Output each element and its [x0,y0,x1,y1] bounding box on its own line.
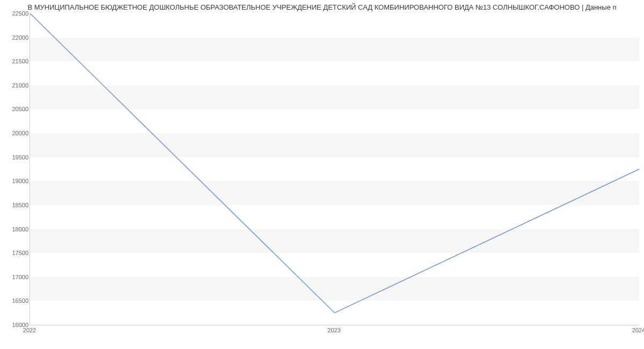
x-tick-label: 2024 [632,327,644,333]
plot-area [30,13,639,325]
chart-plot: 1600016500170001750018000185001900019500… [30,13,639,336]
x-tick-label: 2022 [23,327,36,333]
y-tick-label: 18500 [3,202,28,208]
y-tick-label: 17000 [3,274,28,280]
y-tick-label: 21000 [3,82,28,89]
y-tick-label: 16500 [3,297,28,304]
line-series [30,13,639,325]
y-tick-label: 22000 [3,34,28,41]
y-tick-label: 18000 [3,226,28,232]
y-tick-label: 22500 [3,10,28,17]
y-tick-label: 20500 [3,106,28,112]
y-tick-label: 20000 [3,130,28,136]
y-tick-label: 19000 [3,178,28,184]
y-tick-label: 17500 [3,250,28,256]
y-tick-label: 19500 [3,154,28,161]
y-tick-label: 21500 [3,58,28,64]
x-tick-label: 2023 [327,327,340,333]
chart-title: В МУНИЦИПАЛЬНОЕ БЮДЖЕТНОЕ ДОШКОЛЬНЬЕ ОБР… [0,3,644,11]
